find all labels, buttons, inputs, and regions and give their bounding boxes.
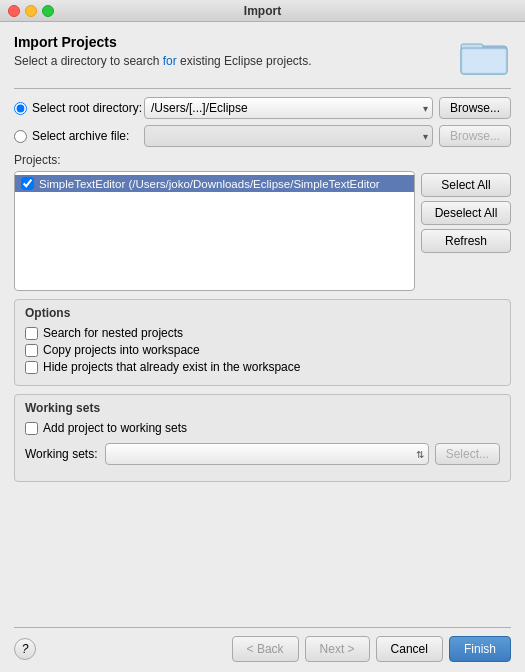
- help-button[interactable]: ?: [14, 638, 36, 660]
- ws-combo-row: Working sets: ⇅ Select...: [25, 443, 500, 465]
- projects-list[interactable]: SimpleTextEditor (/Users/joko/Downloads/…: [14, 171, 415, 291]
- finish-button[interactable]: Finish: [449, 636, 511, 662]
- dialog-title: Import: [244, 4, 281, 18]
- add-to-ws-label: Add project to working sets: [43, 421, 187, 435]
- options-section: Options Search for nested projects Copy …: [14, 299, 511, 386]
- dialog-content: Import Projects Select a directory to se…: [0, 22, 525, 672]
- hide-projects-label: Hide projects that already exist in the …: [43, 360, 300, 374]
- archive-browse-button[interactable]: Browse...: [439, 125, 511, 147]
- nested-projects-row[interactable]: Search for nested projects: [25, 326, 500, 340]
- highlight-text: for: [163, 54, 177, 68]
- projects-label: Projects:: [14, 153, 511, 167]
- nested-projects-checkbox[interactable]: [25, 327, 38, 340]
- root-dir-radio[interactable]: [14, 102, 27, 115]
- project-checkbox[interactable]: [21, 177, 34, 190]
- title-bar: Import: [0, 0, 525, 22]
- minimize-button[interactable]: [25, 5, 37, 17]
- back-button[interactable]: < Back: [232, 636, 299, 662]
- folder-icon: [459, 34, 511, 78]
- working-sets-title: Working sets: [25, 401, 500, 415]
- options-title: Options: [25, 306, 500, 320]
- header-section: Import Projects Select a directory to se…: [14, 34, 511, 78]
- add-to-ws-checkbox[interactable]: [25, 422, 38, 435]
- ws-dropdown-arrow[interactable]: ⇅: [416, 449, 424, 460]
- ws-label: Working sets:: [25, 447, 105, 461]
- nav-buttons: < Back Next > Cancel Finish: [232, 636, 511, 662]
- hide-projects-checkbox[interactable]: [25, 361, 38, 374]
- root-dir-row: Select root directory: /Users/[...]/Ecli…: [14, 97, 511, 119]
- header-description: Select a directory to search for existin…: [14, 53, 459, 70]
- svg-rect-3: [463, 50, 505, 72]
- archive-file-label[interactable]: Select archive file:: [14, 129, 144, 143]
- copy-projects-row[interactable]: Copy projects into workspace: [25, 343, 500, 357]
- hide-projects-row[interactable]: Hide projects that already exist in the …: [25, 360, 500, 374]
- close-button[interactable]: [8, 5, 20, 17]
- copy-projects-checkbox[interactable]: [25, 344, 38, 357]
- project-name: SimpleTextEditor (/Users/joko/Downloads/…: [39, 178, 380, 190]
- archive-file-field[interactable]: ▾: [144, 125, 433, 147]
- archive-file-radio[interactable]: [14, 130, 27, 143]
- project-item[interactable]: SimpleTextEditor (/Users/joko/Downloads/…: [15, 175, 414, 192]
- root-dir-browse-button[interactable]: Browse...: [439, 97, 511, 119]
- copy-projects-label: Copy projects into workspace: [43, 343, 200, 357]
- working-sets-section: Working sets Add project to working sets…: [14, 394, 511, 482]
- separator: [14, 88, 511, 89]
- ws-select-button[interactable]: Select...: [435, 443, 500, 465]
- add-to-ws-row[interactable]: Add project to working sets: [25, 421, 500, 435]
- header-text: Import Projects Select a directory to se…: [14, 34, 459, 70]
- cancel-button[interactable]: Cancel: [376, 636, 443, 662]
- archive-file-row: Select archive file: ▾ Browse...: [14, 125, 511, 147]
- root-dir-dropdown-arrow[interactable]: ▾: [423, 103, 428, 114]
- select-all-button[interactable]: Select All: [421, 173, 511, 197]
- nested-projects-label: Search for nested projects: [43, 326, 183, 340]
- next-button[interactable]: Next >: [305, 636, 370, 662]
- refresh-button[interactable]: Refresh: [421, 229, 511, 253]
- deselect-all-button[interactable]: Deselect All: [421, 201, 511, 225]
- window-controls[interactable]: [8, 5, 54, 17]
- ws-combo[interactable]: ⇅: [105, 443, 429, 465]
- maximize-button[interactable]: [42, 5, 54, 17]
- root-dir-label[interactable]: Select root directory:: [14, 101, 144, 115]
- projects-area: SimpleTextEditor (/Users/joko/Downloads/…: [14, 171, 511, 291]
- bottom-bar: ? < Back Next > Cancel Finish: [14, 627, 511, 672]
- archive-dropdown-arrow[interactable]: ▾: [423, 131, 428, 142]
- header-title: Import Projects: [14, 34, 459, 50]
- project-buttons: Select All Deselect All Refresh: [421, 171, 511, 291]
- root-dir-field[interactable]: /Users/[...]/Eclipse ▾: [144, 97, 433, 119]
